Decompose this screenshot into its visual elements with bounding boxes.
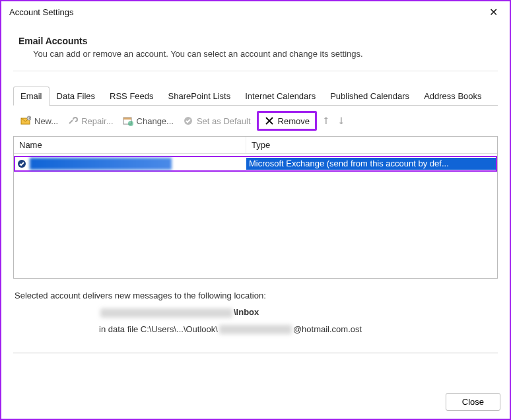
svg-rect-4 — [123, 118, 131, 120]
delivery-file-suffix: @hotmail.com.ost — [293, 324, 362, 334]
account-row[interactable]: Microsoft Exchange (send from this accou… — [14, 156, 497, 172]
delivery-account-redacted — [100, 308, 232, 318]
heading-subtitle: You can add or remove an account. You ca… — [18, 49, 493, 59]
tab-address-books[interactable]: Address Books — [417, 87, 489, 106]
delivery-file-redacted — [219, 325, 292, 334]
remove-button[interactable]: Remove — [261, 114, 313, 128]
move-down-icon[interactable]: 🠗 — [335, 116, 347, 126]
delivery-file-line: in data file C:\Users\...\Outlook\@hotma… — [15, 324, 496, 335]
delivery-location: \Inbox — [15, 307, 496, 318]
delivery-intro: Selected account delivers new messages t… — [15, 291, 496, 300]
svg-text:✳: ✳ — [28, 116, 31, 120]
window-title: Account Settings — [9, 7, 74, 17]
tab-strip: Email Data Files RSS Feeds SharePoint Li… — [13, 86, 498, 106]
close-icon[interactable]: ✕ — [485, 5, 502, 20]
change-icon — [123, 116, 133, 126]
delivery-file-prefix: in data file C:\Users\...\Outlook\ — [99, 324, 218, 334]
heading-title: Email Accounts — [18, 36, 493, 46]
new-button[interactable]: ✳ New... — [17, 114, 61, 128]
toolbar: ✳ New... Repair... Change... Set as Defa… — [13, 106, 498, 136]
tab-internet-calendars[interactable]: Internet Calendars — [238, 87, 323, 106]
move-up-icon[interactable]: 🠕 — [320, 116, 332, 126]
svg-point-5 — [128, 121, 133, 126]
remove-button-label: Remove — [278, 116, 310, 126]
tab-sharepoint-lists[interactable]: SharePoint Lists — [161, 87, 238, 106]
close-button[interactable]: Close — [446, 393, 500, 411]
new-button-label: New... — [34, 116, 58, 126]
account-name-cell — [28, 158, 246, 170]
repair-button-label: Repair... — [81, 116, 113, 126]
col-type-header[interactable]: Type — [246, 137, 497, 153]
tab-rss-feeds[interactable]: RSS Feeds — [102, 87, 160, 106]
remove-x-icon — [264, 116, 275, 126]
heading-block: Email Accounts You can add or remove an … — [13, 28, 498, 71]
tab-email[interactable]: Email — [13, 87, 50, 106]
delivery-info: Selected account delivers new messages t… — [13, 291, 498, 334]
new-mail-icon: ✳ — [20, 116, 31, 126]
col-name-header[interactable]: Name — [14, 137, 246, 153]
change-button[interactable]: Change... — [119, 114, 177, 128]
check-circle-icon — [183, 116, 193, 126]
account-type-cell: Microsoft Exchange (send from this accou… — [246, 158, 496, 170]
tab-published-calendars[interactable]: Published Calendars — [323, 87, 417, 106]
set-default-button-label: Set as Default — [197, 116, 251, 126]
set-default-button[interactable]: Set as Default — [180, 114, 254, 128]
account-list: Name Type Microsoft Exchange (send from … — [13, 136, 498, 279]
tab-data-files[interactable]: Data Files — [50, 87, 103, 106]
account-name-redacted — [30, 158, 172, 170]
divider — [13, 353, 498, 353]
change-button-label: Change... — [137, 116, 174, 126]
repair-button[interactable]: Repair... — [64, 114, 116, 128]
default-check-icon — [15, 159, 28, 168]
list-header: Name Type — [14, 137, 497, 154]
repair-icon — [67, 116, 78, 126]
delivery-suffix: \Inbox — [234, 307, 259, 317]
remove-highlight: Remove — [257, 111, 317, 131]
